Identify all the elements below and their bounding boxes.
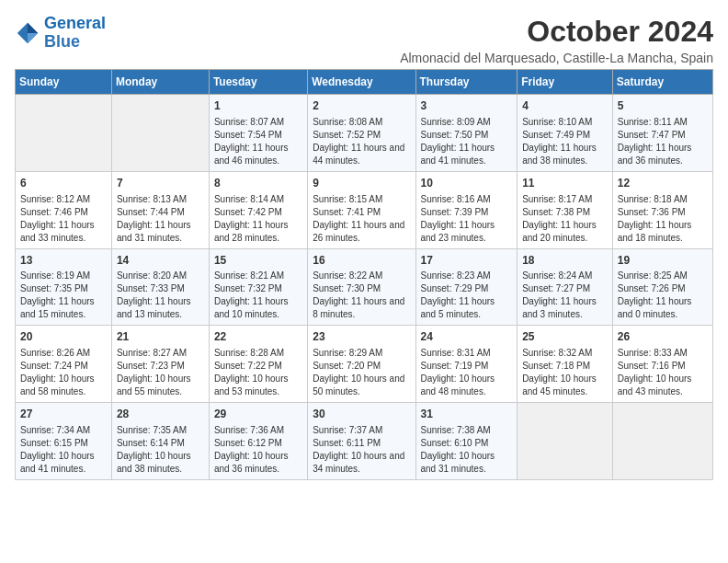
day-info: Sunrise: 7:36 AM (214, 424, 302, 437)
day-info: Daylight: 11 hours and 10 minutes. (214, 295, 302, 321)
calendar-cell: 2Sunrise: 8:08 AMSunset: 7:52 PMDaylight… (308, 95, 415, 172)
day-info: Sunrise: 8:17 AM (522, 193, 608, 206)
day-info: Sunrise: 7:37 AM (313, 424, 410, 437)
day-number: 26 (618, 329, 708, 345)
calendar-cell: 5Sunrise: 8:11 AMSunset: 7:47 PMDaylight… (612, 95, 712, 172)
day-number: 19 (618, 253, 708, 269)
day-info: Sunrise: 8:10 AM (522, 116, 608, 129)
day-info: Daylight: 10 hours and 31 minutes. (421, 450, 513, 476)
day-number: 14 (117, 253, 204, 269)
calendar-cell: 18Sunrise: 8:24 AMSunset: 7:27 PMDayligh… (518, 248, 613, 326)
day-number: 22 (214, 329, 302, 345)
day-info: Sunrise: 8:08 AM (313, 116, 410, 129)
day-number: 8 (214, 176, 302, 191)
day-info: Sunset: 7:38 PM (522, 206, 608, 219)
day-info: Sunrise: 8:29 AM (313, 347, 410, 360)
calendar-cell: 6Sunrise: 8:12 AMSunset: 7:46 PMDaylight… (16, 171, 112, 248)
day-info: Daylight: 11 hours and 26 minutes. (313, 219, 410, 245)
day-number: 13 (20, 253, 107, 269)
day-info: Sunset: 7:26 PM (618, 282, 708, 295)
svg-marker-1 (28, 23, 38, 33)
day-info: Sunset: 7:47 PM (618, 129, 708, 142)
day-info: Sunrise: 7:35 AM (117, 424, 204, 437)
header-row: SundayMondayTuesdayWednesdayThursdayFrid… (16, 70, 713, 95)
day-info: Sunset: 7:36 PM (618, 206, 708, 219)
week-row-3: 20Sunrise: 8:26 AMSunset: 7:24 PMDayligh… (16, 326, 713, 403)
day-info: Sunrise: 8:18 AM (618, 193, 708, 206)
day-info: Daylight: 11 hours and 13 minutes. (117, 295, 204, 321)
calendar-cell: 16Sunrise: 8:22 AMSunset: 7:30 PMDayligh… (308, 248, 415, 326)
day-number: 15 (214, 253, 302, 269)
day-info: Sunset: 6:10 PM (421, 437, 513, 450)
calendar-cell: 19Sunrise: 8:25 AMSunset: 7:26 PMDayligh… (612, 248, 712, 326)
day-info: Sunrise: 8:31 AM (421, 347, 513, 360)
calendar-cell: 11Sunrise: 8:17 AMSunset: 7:38 PMDayligh… (518, 171, 613, 248)
calendar-cell (612, 403, 712, 480)
day-info: Sunset: 7:30 PM (313, 282, 410, 295)
day-info: Daylight: 11 hours and 41 minutes. (421, 142, 513, 167)
day-info: Sunset: 7:24 PM (20, 360, 107, 373)
day-info: Sunrise: 8:19 AM (20, 270, 107, 282)
day-info: Sunset: 7:16 PM (618, 360, 708, 373)
day-info: Sunrise: 8:16 AM (421, 193, 513, 206)
day-info: Sunrise: 8:15 AM (313, 193, 410, 206)
day-info: Sunset: 7:52 PM (313, 129, 410, 142)
day-info: Sunrise: 7:38 AM (421, 424, 513, 437)
day-number: 12 (618, 176, 708, 191)
header-day-tuesday: Tuesday (209, 70, 307, 95)
month-title: October 2024 (400, 15, 713, 49)
day-info: Sunset: 6:14 PM (117, 437, 204, 450)
day-info: Daylight: 11 hours and 3 minutes. (522, 295, 608, 321)
day-info: Sunrise: 8:27 AM (117, 347, 204, 360)
calendar-body: 1Sunrise: 8:07 AMSunset: 7:54 PMDaylight… (16, 95, 713, 480)
day-number: 16 (313, 253, 410, 269)
header-day-thursday: Thursday (415, 70, 518, 95)
day-info: Sunrise: 8:11 AM (618, 116, 708, 129)
location-subtitle: Almonacid del Marquesado, Castille-La Ma… (400, 51, 713, 65)
day-info: Daylight: 10 hours and 50 minutes. (313, 373, 410, 398)
day-number: 29 (214, 407, 302, 422)
day-info: Sunset: 7:41 PM (313, 206, 410, 219)
calendar-cell: 14Sunrise: 8:20 AMSunset: 7:33 PMDayligh… (111, 248, 209, 326)
week-row-0: 1Sunrise: 8:07 AMSunset: 7:54 PMDaylight… (16, 95, 713, 172)
day-number: 4 (522, 98, 608, 114)
day-info: Sunset: 6:12 PM (214, 437, 302, 450)
calendar-cell: 17Sunrise: 8:23 AMSunset: 7:29 PMDayligh… (415, 248, 518, 326)
day-info: Daylight: 10 hours and 53 minutes. (214, 373, 302, 398)
day-info: Sunset: 7:35 PM (20, 282, 107, 295)
day-info: Sunrise: 8:25 AM (618, 270, 708, 282)
day-info: Sunrise: 8:22 AM (313, 270, 410, 282)
calendar-cell: 20Sunrise: 8:26 AMSunset: 7:24 PMDayligh… (16, 326, 112, 403)
calendar-cell: 13Sunrise: 8:19 AMSunset: 7:35 PMDayligh… (16, 248, 112, 326)
day-info: Daylight: 11 hours and 46 minutes. (214, 142, 302, 167)
day-info: Daylight: 11 hours and 28 minutes. (214, 219, 302, 245)
calendar-cell: 27Sunrise: 7:34 AMSunset: 6:15 PMDayligh… (16, 403, 112, 480)
week-row-1: 6Sunrise: 8:12 AMSunset: 7:46 PMDaylight… (16, 171, 713, 248)
calendar-cell: 12Sunrise: 8:18 AMSunset: 7:36 PMDayligh… (612, 171, 712, 248)
logo-text: General Blue (44, 15, 106, 52)
calendar-cell: 23Sunrise: 8:29 AMSunset: 7:20 PMDayligh… (308, 326, 415, 403)
day-info: Sunset: 7:18 PM (522, 360, 608, 373)
day-info: Sunset: 7:49 PM (522, 129, 608, 142)
day-info: Sunrise: 8:28 AM (214, 347, 302, 360)
day-info: Sunrise: 8:23 AM (421, 270, 513, 282)
day-info: Daylight: 10 hours and 43 minutes. (618, 373, 708, 398)
day-info: Sunset: 7:23 PM (117, 360, 204, 373)
day-info: Daylight: 11 hours and 8 minutes. (313, 295, 410, 321)
logo-line2: Blue (44, 32, 80, 51)
week-row-4: 27Sunrise: 7:34 AMSunset: 6:15 PMDayligh… (16, 403, 713, 480)
week-row-2: 13Sunrise: 8:19 AMSunset: 7:35 PMDayligh… (16, 248, 713, 326)
day-number: 30 (313, 407, 410, 422)
day-info: Daylight: 11 hours and 0 minutes. (618, 295, 708, 321)
header-day-sunday: Sunday (16, 70, 112, 95)
day-number: 1 (214, 98, 302, 114)
day-info: Sunset: 7:33 PM (117, 282, 204, 295)
day-info: Daylight: 10 hours and 45 minutes. (522, 373, 608, 398)
day-number: 2 (313, 98, 410, 114)
logo: General Blue (15, 15, 106, 52)
calendar-cell: 22Sunrise: 8:28 AMSunset: 7:22 PMDayligh… (209, 326, 307, 403)
calendar-cell: 30Sunrise: 7:37 AMSunset: 6:11 PMDayligh… (308, 403, 415, 480)
day-info: Sunrise: 8:07 AM (214, 116, 302, 129)
day-info: Sunset: 7:20 PM (313, 360, 410, 373)
day-number: 21 (117, 329, 204, 345)
